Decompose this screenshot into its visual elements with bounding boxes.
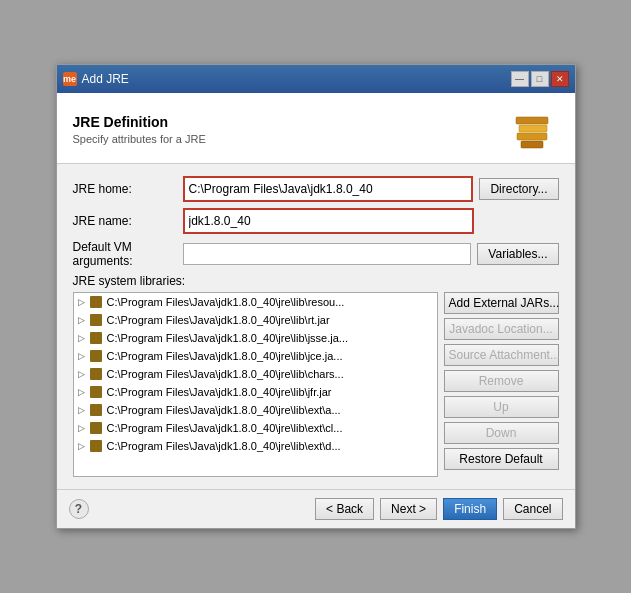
list-item[interactable]: ▷C:\Program Files\Java\jdk1.8.0_40\jre\l… — [74, 329, 437, 347]
expand-arrow-icon: ▷ — [78, 297, 85, 307]
expand-arrow-icon: ▷ — [78, 423, 85, 433]
list-item[interactable]: ▷C:\Program Files\Java\jdk1.8.0_40\jre\l… — [74, 311, 437, 329]
vm-args-input[interactable] — [183, 243, 472, 265]
header-section: JRE Definition Specify attributes for a … — [57, 93, 575, 164]
expand-arrow-icon: ▷ — [78, 387, 85, 397]
lib-path-text: C:\Program Files\Java\jdk1.8.0_40\jre\li… — [107, 440, 341, 452]
jre-home-label: JRE home: — [73, 182, 183, 196]
jar-icon — [89, 331, 103, 345]
libraries-content: ▷C:\Program Files\Java\jdk1.8.0_40\jre\l… — [73, 292, 559, 477]
libraries-section: JRE system libraries: ▷C:\Program Files\… — [73, 274, 559, 477]
list-item[interactable]: ▷C:\Program Files\Java\jdk1.8.0_40\jre\l… — [74, 293, 437, 311]
lib-path-text: C:\Program Files\Java\jdk1.8.0_40\jre\li… — [107, 332, 349, 344]
vm-args-label: Default VM arguments: — [73, 240, 183, 268]
list-item[interactable]: ▷C:\Program Files\Java\jdk1.8.0_40\jre\l… — [74, 347, 437, 365]
lib-path-text: C:\Program Files\Java\jdk1.8.0_40\jre\li… — [107, 350, 343, 362]
next-button[interactable]: Next > — [380, 498, 437, 520]
jre-name-input-wrapper — [183, 208, 474, 234]
jar-icon — [89, 421, 103, 435]
directory-button[interactable]: Directory... — [479, 178, 558, 200]
jre-name-label: JRE name: — [73, 214, 183, 228]
expand-arrow-icon: ▷ — [78, 351, 85, 361]
lib-path-text: C:\Program Files\Java\jdk1.8.0_40\jre\li… — [107, 422, 343, 434]
list-item[interactable]: ▷C:\Program Files\Java\jdk1.8.0_40\jre\l… — [74, 401, 437, 419]
jre-name-input[interactable] — [185, 210, 472, 232]
minimize-button[interactable]: — — [511, 71, 529, 87]
title-bar-controls: — □ ✕ — [511, 71, 569, 87]
restore-default-button[interactable]: Restore Default — [444, 448, 559, 470]
jre-name-row: JRE name: — [73, 208, 559, 234]
up-button[interactable]: Up — [444, 396, 559, 418]
libraries-label: JRE system libraries: — [73, 274, 559, 288]
jre-home-input-wrapper — [183, 176, 474, 202]
list-item[interactable]: ▷C:\Program Files\Java\jdk1.8.0_40\jre\l… — [74, 419, 437, 437]
list-item[interactable]: ▷C:\Program Files\Java\jdk1.8.0_40\jre\l… — [74, 437, 437, 455]
vm-args-row: Default VM arguments: Variables... — [73, 240, 559, 268]
svg-rect-0 — [517, 133, 547, 140]
finish-button[interactable]: Finish — [443, 498, 497, 520]
expand-arrow-icon: ▷ — [78, 369, 85, 379]
footer-left: ? — [69, 499, 89, 519]
lib-path-text: C:\Program Files\Java\jdk1.8.0_40\jre\li… — [107, 386, 332, 398]
add-jre-dialog: me Add JRE — □ ✕ JRE Definition Specify … — [56, 64, 576, 529]
expand-arrow-icon: ▷ — [78, 405, 85, 415]
header-icon — [511, 105, 559, 153]
svg-rect-6 — [521, 141, 543, 148]
down-button[interactable]: Down — [444, 422, 559, 444]
footer: ? < Back Next > Finish Cancel — [57, 489, 575, 528]
form-content: JRE home: Directory... JRE name: Default… — [57, 164, 575, 489]
expand-arrow-icon: ▷ — [78, 333, 85, 343]
header-text: JRE Definition Specify attributes for a … — [73, 114, 206, 145]
svg-rect-4 — [516, 117, 548, 124]
close-button[interactable]: ✕ — [551, 71, 569, 87]
list-item[interactable]: ▷C:\Program Files\Java\jdk1.8.0_40\jre\l… — [74, 365, 437, 383]
dialog-title: Add JRE — [82, 72, 129, 86]
sub-title: Specify attributes for a JRE — [73, 133, 206, 145]
app-icon: me — [63, 72, 77, 86]
jar-icon — [89, 295, 103, 309]
lib-path-text: C:\Program Files\Java\jdk1.8.0_40\jre\li… — [107, 404, 341, 416]
svg-rect-2 — [519, 125, 547, 132]
expand-arrow-icon: ▷ — [78, 315, 85, 325]
jre-home-row: JRE home: Directory... — [73, 176, 559, 202]
jar-icon — [89, 439, 103, 453]
jar-icon — [89, 385, 103, 399]
list-item[interactable]: ▷C:\Program Files\Java\jdk1.8.0_40\jre\l… — [74, 383, 437, 401]
libraries-buttons: Add External JARs... Javadoc Location...… — [444, 292, 559, 477]
lib-path-text: C:\Program Files\Java\jdk1.8.0_40\jre\li… — [107, 314, 330, 326]
jar-icon — [89, 367, 103, 381]
back-button[interactable]: < Back — [315, 498, 374, 520]
expand-arrow-icon: ▷ — [78, 441, 85, 451]
lib-path-text: C:\Program Files\Java\jdk1.8.0_40\jre\li… — [107, 296, 345, 308]
add-external-jars-button[interactable]: Add External JARs... — [444, 292, 559, 314]
footer-right: < Back Next > Finish Cancel — [315, 498, 562, 520]
libraries-list-wrapper: ▷C:\Program Files\Java\jdk1.8.0_40\jre\l… — [73, 292, 438, 477]
variables-button[interactable]: Variables... — [477, 243, 558, 265]
javadoc-location-button[interactable]: Javadoc Location... — [444, 318, 559, 340]
libraries-list[interactable]: ▷C:\Program Files\Java\jdk1.8.0_40\jre\l… — [74, 293, 437, 476]
lib-path-text: C:\Program Files\Java\jdk1.8.0_40\jre\li… — [107, 368, 344, 380]
cancel-button[interactable]: Cancel — [503, 498, 562, 520]
maximize-button[interactable]: □ — [531, 71, 549, 87]
main-title: JRE Definition — [73, 114, 206, 130]
jar-icon — [89, 313, 103, 327]
title-bar-left: me Add JRE — [63, 72, 129, 86]
help-button[interactable]: ? — [69, 499, 89, 519]
source-attachment-button[interactable]: Source Attachment... — [444, 344, 559, 366]
jar-icon — [89, 349, 103, 363]
title-bar: me Add JRE — □ ✕ — [57, 65, 575, 93]
remove-button[interactable]: Remove — [444, 370, 559, 392]
jre-home-input[interactable] — [185, 178, 472, 200]
jar-icon — [89, 403, 103, 417]
